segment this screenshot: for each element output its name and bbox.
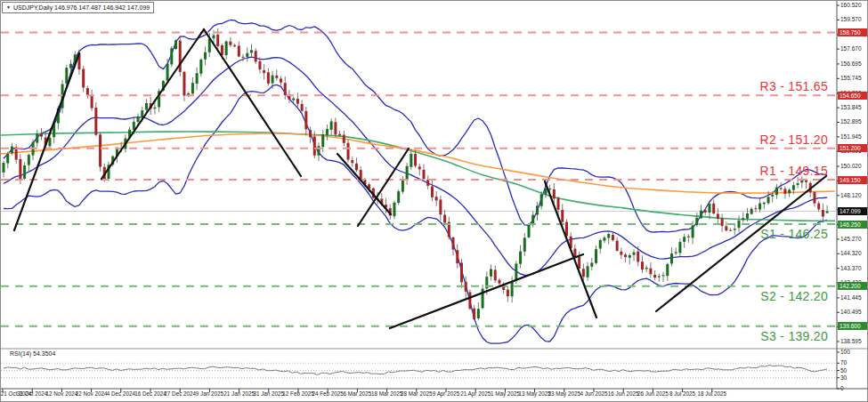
level-price-box-S1: 146.250 (838, 221, 867, 229)
rsi-scale-label: 100 (840, 349, 850, 355)
rsi-scale-label: 0 (840, 385, 844, 391)
price-axis-label: 153.845 (840, 104, 862, 110)
resistance-label-r3: R3 - 151.65 (760, 79, 828, 93)
price-axis-label: 148.120 (840, 192, 862, 198)
price-axis-label: 150.020 (840, 163, 862, 169)
level-price-box-R1: 149.150 (838, 176, 867, 184)
price-axis-label: 144.320 (840, 250, 862, 256)
time-axis-label: 26 Jun 2025 (637, 390, 669, 397)
resistance-label-r2: R2 - 151.20 (760, 133, 828, 147)
symbol-dropdown-icon[interactable]: ▼ (6, 4, 11, 10)
time-axis-label: 18 Mar 2025 (371, 390, 402, 397)
time-axis-label: 6 Mar 2025 (343, 390, 371, 397)
time-axis-label: 1 May 2025 (491, 390, 520, 397)
time-axis-label: 27 Dec 2024 (164, 390, 196, 397)
price-axis-label: 138.595 (840, 338, 862, 344)
time-axis-label: 31 Oct 2024 (17, 390, 47, 397)
price-axis-label: 151.945 (840, 133, 862, 140)
time-axis-label: 4 Jun 2025 (580, 390, 607, 397)
price-axis-label: 143.370 (840, 265, 862, 271)
time-axis-label: 21 Apr 2025 (460, 390, 491, 397)
rsi-scale-label: 70 (840, 359, 847, 366)
price-axis-label: 157.670 (840, 45, 862, 52)
candlestick-chart-canvas[interactable] (0, 0, 868, 402)
price-axis-label: 152.895 (840, 118, 862, 125)
time-axis-label: 22 Nov 2024 (76, 390, 108, 397)
time-axis-label: 18 Jul 2025 (698, 390, 727, 397)
price-axis-label: 156.695 (840, 60, 862, 67)
rsi-scale-label: 50 (840, 367, 847, 374)
time-axis-label: 23 May 2025 (548, 390, 580, 397)
price-axis-label: 160.520 (840, 2, 862, 8)
price-axis-label: 145.270 (840, 236, 862, 242)
time-axis-label: 28 Mar 2025 (401, 390, 432, 397)
price-axis-label: 159.570 (840, 16, 862, 22)
time-axis-label: 13 May 2025 (518, 390, 550, 397)
symbol-ohlc-text: USDJPY,Daily 146.976 147.487 146.942 147… (13, 4, 150, 11)
time-axis-label: 12 Feb 2025 (282, 390, 313, 397)
time-axis-label: 12 Nov 2024 (46, 390, 78, 397)
support-label-s1: S1 - 146.25 (760, 227, 828, 241)
price-axis-label: 140.495 (840, 309, 862, 315)
price-axis-label: 141.445 (840, 294, 862, 301)
trading-chart-window: ▼USDJPY,Daily 146.976 147.487 146.942 14… (0, 0, 868, 402)
time-axis-label: 9 Apr 2025 (433, 390, 459, 397)
symbol-info-box: ▼USDJPY,Daily 146.976 147.487 146.942 14… (2, 2, 154, 13)
level-price-box-R3: 154.650 (838, 92, 867, 100)
rsi-scale-label: 30 (840, 374, 847, 381)
level-price-box-S3: 139.600 (838, 322, 867, 330)
time-axis-label: 9 Jan 2025 (196, 390, 223, 397)
time-axis-label: 21 Jan 2025 (223, 390, 255, 397)
resistance-label-r1: R1 - 149.15 (760, 164, 828, 178)
level-price-box-R2: 151.200 (838, 144, 867, 152)
time-axis-label: 31 Jan 2025 (253, 390, 284, 397)
time-axis-label: 8 Jul 2025 (669, 390, 695, 397)
time-axis-label: 4 Dec 2024 (107, 390, 135, 397)
current-price-box: 147.099 (838, 207, 867, 215)
level-price-box-upper-resistance: 158.750 (838, 28, 867, 36)
support-label-s2: S2 - 142.20 (760, 289, 828, 303)
time-axis-label: 16 Jun 2025 (608, 390, 639, 397)
price-axis-label: 155.745 (840, 75, 862, 81)
time-axis-label: 16 Dec 2024 (134, 390, 166, 397)
level-price-box-S2: 142.200 (838, 282, 867, 290)
support-label-s3: S3 - 139.20 (760, 329, 828, 343)
rsi-indicator-label: RSI(14) 54.3504 (10, 350, 55, 357)
time-axis-label: 24 Feb 2025 (312, 390, 344, 397)
